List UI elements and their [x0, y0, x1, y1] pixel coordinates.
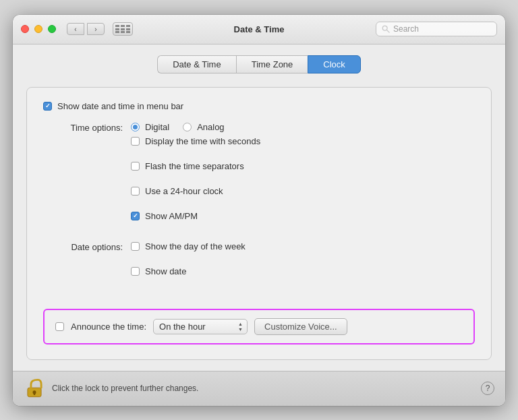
- analog-radio-row: Analog: [183, 122, 224, 132]
- arrow-up-icon: ▲: [238, 322, 243, 326]
- tab-date-time[interactable]: Date & Time: [157, 55, 236, 73]
- grid-dot: [121, 31, 125, 33]
- svg-rect-4: [34, 393, 36, 395]
- digital-analog-row: Digital Analog: [131, 122, 260, 132]
- lock-text: Click the lock to prevent further change…: [52, 384, 198, 393]
- display-seconds-row: Display the time with seconds: [131, 136, 260, 146]
- clock-panel: Show date and time in menu bar Time opti…: [26, 87, 492, 360]
- grid-dot: [126, 31, 130, 33]
- search-box[interactable]: Search: [376, 22, 497, 36]
- grid-dot: [121, 25, 125, 27]
- window-title: Date & Time: [234, 24, 285, 34]
- grid-dot: [121, 28, 125, 30]
- ampm-row: Show AM/PM: [131, 211, 260, 221]
- titlebar: ‹ › Date & Time Search: [13, 15, 505, 44]
- show-date-label: Show date: [145, 266, 186, 276]
- grid-dot: [126, 28, 130, 30]
- forward-button[interactable]: ›: [87, 23, 105, 35]
- close-button[interactable]: [21, 25, 29, 33]
- ampm-checkbox[interactable]: [131, 212, 140, 220]
- time-options-list: Digital Analog Display the time with sec…: [131, 122, 260, 232]
- grid-button[interactable]: [113, 22, 133, 36]
- nav-buttons: ‹ ›: [67, 23, 105, 35]
- announce-dropdown[interactable]: On the hour ▲ ▼: [153, 319, 248, 334]
- announce-label: Announce the time:: [71, 322, 146, 332]
- announce-section: Announce the time: On the hour ▲ ▼ Custo…: [43, 309, 475, 344]
- display-seconds-checkbox[interactable]: [131, 137, 140, 146]
- show-day-checkbox[interactable]: [131, 242, 140, 251]
- grid-dot: [115, 31, 119, 33]
- back-icon: ‹: [74, 26, 76, 33]
- back-button[interactable]: ‹: [67, 23, 84, 35]
- show-day-row: Show the day of the week: [131, 241, 246, 251]
- tab-time-zone[interactable]: Time Zone: [236, 55, 308, 73]
- announce-checkbox[interactable]: [55, 322, 64, 331]
- date-options-label: Date options:: [43, 241, 131, 287]
- tab-clock[interactable]: Clock: [308, 55, 361, 73]
- main-window: ‹ › Date & Time Search: [13, 15, 505, 406]
- show-day-label: Show the day of the week: [145, 241, 246, 251]
- forward-icon: ›: [94, 26, 96, 33]
- content-area: Date & Time Time Zone Clock Show date an…: [13, 44, 505, 371]
- traffic-lights: [21, 25, 56, 33]
- analog-label: Analog: [197, 122, 224, 132]
- digital-radio[interactable]: [131, 123, 140, 131]
- flash-separators-checkbox[interactable]: [131, 162, 140, 171]
- show-menubar-row: Show date and time in menu bar: [43, 101, 475, 111]
- announce-value: On the hour: [159, 322, 206, 332]
- show-date-row: Show date: [131, 266, 246, 276]
- help-label: ?: [486, 384, 490, 393]
- display-seconds-label: Display the time with seconds: [145, 136, 260, 146]
- flash-separators-label: Flash the time separators: [145, 161, 244, 171]
- date-options-list: Show the day of the week Show date: [131, 241, 246, 287]
- help-button[interactable]: ?: [481, 382, 494, 395]
- 24hour-row: Use a 24-hour clock: [131, 186, 260, 196]
- search-placeholder: Search: [393, 24, 419, 34]
- date-options-section: Date options: Show the day of the week S…: [43, 241, 475, 287]
- time-options-section: Time options: Digital Analog: [43, 122, 475, 232]
- digital-radio-row: Digital: [131, 122, 169, 132]
- lock-icon[interactable]: [24, 378, 45, 399]
- search-icon: [382, 25, 390, 33]
- arrow-down-icon: ▼: [238, 327, 243, 332]
- show-date-checkbox[interactable]: [131, 267, 140, 276]
- minimize-button[interactable]: [34, 25, 42, 33]
- 24hour-label: Use a 24-hour clock: [145, 186, 223, 196]
- maximize-button[interactable]: [48, 25, 56, 33]
- bottom-bar: Click the lock to prevent further change…: [13, 371, 505, 406]
- show-menubar-checkbox[interactable]: [43, 102, 52, 111]
- ampm-label: Show AM/PM: [145, 211, 198, 221]
- 24hour-checkbox[interactable]: [131, 187, 140, 196]
- analog-radio[interactable]: [183, 123, 192, 131]
- dropdown-arrows: ▲ ▼: [238, 322, 243, 332]
- grid-dot: [126, 25, 130, 27]
- digital-label: Digital: [145, 122, 169, 132]
- customize-voice-button[interactable]: Customize Voice...: [254, 318, 347, 335]
- grid-dot: [115, 28, 119, 30]
- show-menubar-label: Show date and time in menu bar: [57, 101, 183, 111]
- svg-line-1: [386, 30, 389, 32]
- flash-separators-row: Flash the time separators: [131, 161, 260, 171]
- grid-dot: [115, 25, 119, 27]
- time-options-label: Time options:: [43, 122, 131, 232]
- tabs-row: Date & Time Time Zone Clock: [26, 55, 492, 73]
